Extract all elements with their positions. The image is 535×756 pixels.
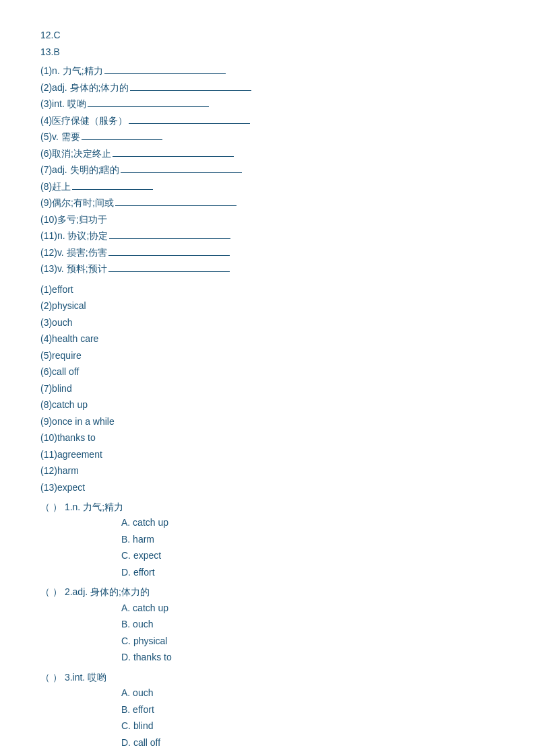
- answer-item-10: (10)thanks to: [40, 429, 495, 446]
- fill-num-4: (4)医疗保健（服务）: [40, 115, 127, 126]
- header-section: 12.C 13.B: [40, 27, 495, 60]
- mc-blank-1: （ ）: [40, 500, 62, 514]
- fill-num-9: (9)偶尔;有时;间或: [40, 197, 114, 208]
- mc-stem-3: （ ）3.int. 哎哟: [40, 670, 495, 685]
- answer-item-12: (12)harm: [40, 462, 495, 479]
- mc-option-1-1: A. catch up: [121, 514, 495, 531]
- fill-num-7: (7)adj. 失明的;瞎的: [40, 164, 119, 175]
- mc-blank-3: （ ）: [40, 670, 62, 685]
- fill-item-11: (11)n. 协议;协定: [40, 228, 495, 244]
- answer-item-9: (9)once in a while: [40, 413, 495, 430]
- mc-question-1: （ ）1.n. 力气;精力A. catch upB. harmC. expect…: [40, 500, 495, 580]
- fill-item-9: (9)偶尔;有时;间或: [40, 195, 495, 211]
- mc-option-2-3: C. physical: [121, 633, 495, 650]
- answer-item-1: (1)effort: [40, 281, 495, 298]
- fill-num-8: (8)赶上: [40, 181, 71, 192]
- mc-stem-1: （ ）1.n. 力气;精力: [40, 500, 495, 514]
- mc-section: （ ）1.n. 力气;精力A. catch upB. harmC. expect…: [40, 500, 495, 756]
- answer-item-6: (6)call off: [40, 364, 495, 380]
- fill-item-1: (1)n. 力气;精力: [40, 63, 495, 79]
- header-line2: 13.B: [40, 44, 495, 61]
- mc-option-2-4: D. thanks to: [121, 649, 495, 666]
- fill-num-13: (13)v. 预料;预计: [40, 263, 107, 274]
- mc-option-2-1: A. catch up: [121, 600, 495, 617]
- fill-item-4: (4)医疗保健（服务）: [40, 112, 495, 129]
- fill-section: (1)n. 力气;精力 (2)adj. 身体的;体力的 (3)int. 哎哟 (…: [40, 63, 495, 277]
- fill-num-11: (11)n. 协议;协定: [40, 230, 108, 241]
- fill-num-12: (12)v. 损害;伤害: [40, 247, 107, 258]
- answer-item-13: (13)expect: [40, 479, 495, 496]
- answer-item-7: (7)blind: [40, 380, 495, 397]
- mc-question-3: （ ）3.int. 哎哟A. ouchB. effortC. blindD. c…: [40, 670, 495, 751]
- fill-item-3: (3)int. 哎哟: [40, 96, 495, 112]
- fill-num-2: (2)adj. 身体的;体力的: [40, 82, 129, 93]
- fill-item-13: (13)v. 预料;预计: [40, 261, 495, 277]
- mc-option-3-1: A. ouch: [121, 685, 495, 701]
- fill-item-10: (10)多亏;归功于: [40, 211, 495, 228]
- fill-item-2: (2)adj. 身体的;体力的: [40, 79, 495, 96]
- mc-question-2: （ ）2.adj. 身体的;体力的A. catch upB. ouchC. ph…: [40, 584, 495, 665]
- mc-stem-text-3: 3.int. 哎哟: [65, 670, 106, 685]
- mc-blank-2: （ ）: [40, 584, 62, 599]
- fill-num-10: (10)多亏;归功于: [40, 214, 107, 225]
- answer-item-11: (11)agreement: [40, 446, 495, 463]
- mc-option-1-2: B. harm: [121, 531, 495, 548]
- mc-list: （ ）1.n. 力气;精力A. catch upB. harmC. expect…: [40, 500, 495, 756]
- answer-item-4: (4)health care: [40, 331, 495, 347]
- fill-num-3: (3)int. 哎哟: [40, 98, 86, 109]
- fill-num-6: (6)取消;决定终止: [40, 148, 111, 159]
- answer-item-3: (3)ouch: [40, 314, 495, 331]
- answer-item-5: (5)require: [40, 347, 495, 364]
- mc-stem-2: （ ）2.adj. 身体的;体力的: [40, 584, 495, 599]
- mc-option-3-2: B. effort: [121, 701, 495, 718]
- answers-list: (1)effort(2)physical(3)ouch(4)health car…: [40, 281, 495, 496]
- fill-item-12: (12)v. 损害;伤害: [40, 244, 495, 261]
- answer-item-8: (8)catch up: [40, 397, 495, 413]
- fill-num-5: (5)v. 需要: [40, 131, 80, 142]
- mc-stem-text-2: 2.adj. 身体的;体力的: [65, 584, 150, 599]
- answers-section: (1)effort(2)physical(3)ouch(4)health car…: [40, 281, 495, 496]
- fill-item-5: (5)v. 需要: [40, 129, 495, 145]
- mc-option-3-4: D. call off: [121, 734, 495, 751]
- fill-item-6: (6)取消;决定终止: [40, 145, 495, 162]
- fill-item-7: (7)adj. 失明的;瞎的: [40, 162, 495, 178]
- answer-item-2: (2)physical: [40, 298, 495, 314]
- mc-option-1-4: D. effort: [121, 564, 495, 581]
- mc-option-3-3: C. blind: [121, 718, 495, 734]
- mc-option-2-2: B. ouch: [121, 616, 495, 633]
- fill-item-8: (8)赶上: [40, 178, 495, 195]
- mc-option-1-3: C. expect: [121, 547, 495, 564]
- mc-stem-text-1: 1.n. 力气;精力: [65, 500, 123, 514]
- fill-num-1: (1)n. 力气;精力: [40, 65, 103, 76]
- header-line1: 12.C: [40, 27, 495, 44]
